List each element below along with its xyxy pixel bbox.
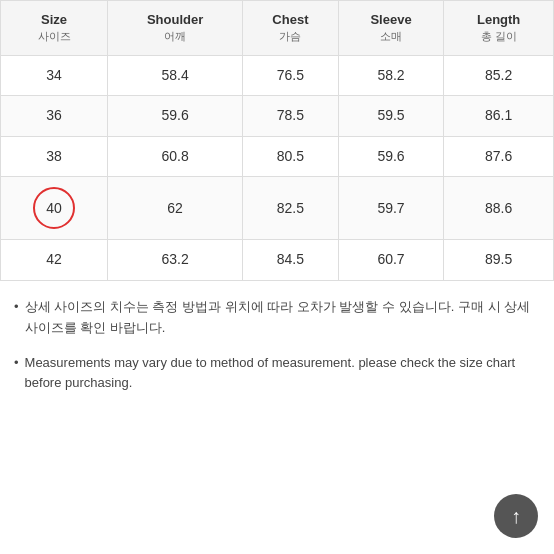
size-table: Size 사이즈 Shoulder 어깨 Chest 가슴 Sleeve 소매 [0,0,554,281]
col-size-sub: 사이즈 [7,29,101,44]
header-row: Size 사이즈 Shoulder 어깨 Chest 가슴 Sleeve 소매 [1,1,554,56]
cell-size: 38 [1,136,108,177]
cell-chest: 78.5 [243,96,339,137]
cell-shoulder: 60.8 [108,136,243,177]
cell-chest: 80.5 [243,136,339,177]
cell-length: 88.6 [444,177,554,240]
cell-sleeve: 59.7 [338,177,444,240]
scroll-top-button[interactable]: ↑ [494,494,538,538]
col-chest-sub: 가슴 [249,29,332,44]
cell-sleeve: 59.6 [338,136,444,177]
cell-size: 42 [1,240,108,281]
col-size-label: Size [41,12,67,27]
table-body: 3458.476.558.285.23659.678.559.586.13860… [1,55,554,280]
cell-size: 34 [1,55,108,96]
col-length-sub: 총 길이 [450,29,547,44]
note-english-text: Measurements may vary due to method of m… [25,353,540,395]
cell-sleeve: 58.2 [338,55,444,96]
cell-size: 36 [1,96,108,137]
bullet-korean: • [14,297,19,318]
col-shoulder: Shoulder 어깨 [108,1,243,56]
cell-chest: 82.5 [243,177,339,240]
table-row: 3860.880.559.687.6 [1,136,554,177]
cell-length: 85.2 [444,55,554,96]
table-header: Size 사이즈 Shoulder 어깨 Chest 가슴 Sleeve 소매 [1,1,554,56]
table-row: 3458.476.558.285.2 [1,55,554,96]
col-sleeve: Sleeve 소매 [338,1,444,56]
cell-sleeve: 59.5 [338,96,444,137]
bullet-english: • [14,353,19,374]
cell-size: 40 [1,177,108,240]
table-row: 3659.678.559.586.1 [1,96,554,137]
cell-shoulder: 59.6 [108,96,243,137]
page-wrapper: Size 사이즈 Shoulder 어깨 Chest 가슴 Sleeve 소매 [0,0,554,554]
cell-shoulder: 62 [108,177,243,240]
note-item-english: • Measurements may vary due to method of… [14,353,540,395]
note-korean-text: 상세 사이즈의 치수는 측정 방법과 위치에 따라 오차가 발생할 수 있습니다… [25,297,540,339]
size-table-container: Size 사이즈 Shoulder 어깨 Chest 가슴 Sleeve 소매 [0,0,554,281]
cell-length: 86.1 [444,96,554,137]
cell-chest: 84.5 [243,240,339,281]
col-shoulder-label: Shoulder [147,12,203,27]
cell-shoulder: 58.4 [108,55,243,96]
cell-length: 89.5 [444,240,554,281]
table-row: 406282.559.788.6 [1,177,554,240]
scroll-top-icon: ↑ [511,505,521,528]
cell-sleeve: 60.7 [338,240,444,281]
col-sleeve-sub: 소매 [345,29,438,44]
col-shoulder-sub: 어깨 [114,29,236,44]
col-chest-label: Chest [272,12,308,27]
notes-section: • 상세 사이즈의 치수는 측정 방법과 위치에 따라 오차가 발생할 수 있습… [0,281,554,428]
col-length: Length 총 길이 [444,1,554,56]
cell-shoulder: 63.2 [108,240,243,281]
cell-chest: 76.5 [243,55,339,96]
cell-length: 87.6 [444,136,554,177]
highlighted-size: 40 [33,187,75,229]
col-size: Size 사이즈 [1,1,108,56]
note-item-korean: • 상세 사이즈의 치수는 측정 방법과 위치에 따라 오차가 발생할 수 있습… [14,297,540,339]
col-chest: Chest 가슴 [243,1,339,56]
col-sleeve-label: Sleeve [370,12,411,27]
table-row: 4263.284.560.789.5 [1,240,554,281]
col-length-label: Length [477,12,520,27]
